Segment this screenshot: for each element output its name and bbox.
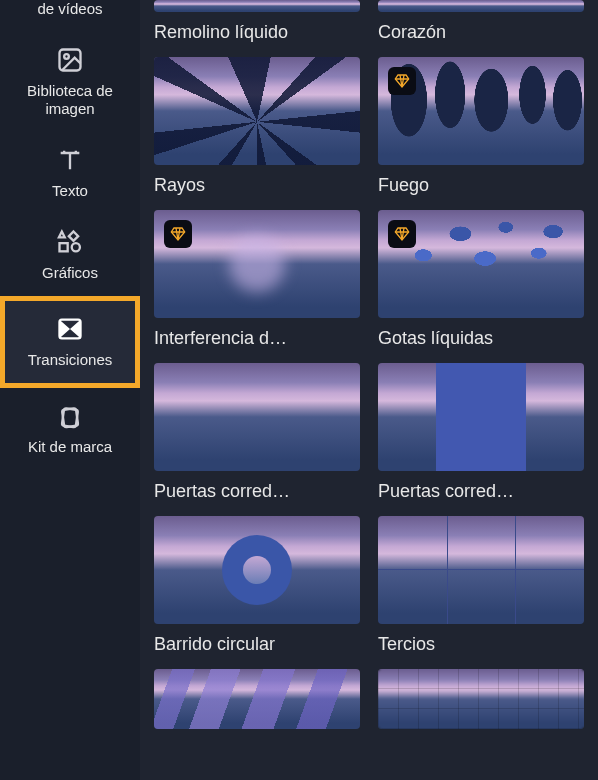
shapes-icon: [56, 228, 84, 256]
sidebar-item-transitions[interactable]: Transiciones: [0, 296, 140, 388]
transitions-grid-container: Remolino líquido Corazón Rayos Fuego: [140, 0, 598, 780]
transition-card[interactable]: Gotas líquidas: [378, 210, 584, 349]
transition-card[interactable]: Rayos: [154, 57, 360, 196]
sidebar-item-label: Texto: [52, 182, 88, 200]
image-icon: [56, 46, 84, 74]
transition-label: Puertas corred…: [378, 481, 584, 502]
sidebar-item-label: de vídeos: [37, 0, 102, 18]
transition-card[interactable]: Tercios: [378, 516, 584, 655]
sidebar-item-label: Kit de marca: [28, 438, 112, 456]
sidebar-item-graphics[interactable]: Gráficos: [0, 214, 140, 296]
transition-label: Fuego: [378, 175, 584, 196]
sidebar-item-videos[interactable]: de vídeos: [0, 0, 140, 32]
transition-label: Rayos: [154, 175, 360, 196]
cards-icon: [56, 402, 84, 430]
transition-card[interactable]: Corazón: [378, 0, 584, 43]
transition-thumb: [378, 0, 584, 12]
svg-point-3: [72, 243, 80, 251]
transition-thumb: [154, 0, 360, 12]
sidebar-item-brandkit[interactable]: Kit de marca: [0, 388, 140, 470]
svg-rect-2: [60, 243, 68, 251]
premium-diamond-icon: [388, 220, 416, 248]
transition-label: Puertas corred…: [154, 481, 360, 502]
transition-thumb: [378, 669, 584, 729]
transition-thumb: [378, 210, 584, 318]
text-icon: [56, 146, 84, 174]
sidebar-item-label: Gráficos: [42, 264, 98, 282]
transition-thumb: [154, 516, 360, 624]
premium-diamond-icon: [164, 220, 192, 248]
svg-point-1: [64, 54, 69, 59]
transition-card[interactable]: Puertas corred…: [154, 363, 360, 502]
transition-card[interactable]: Puertas corred…: [378, 363, 584, 502]
transition-label: Tercios: [378, 634, 584, 655]
transition-label: Barrido circular: [154, 634, 360, 655]
premium-diamond-icon: [388, 67, 416, 95]
transition-thumb: [154, 57, 360, 165]
transition-label: Gotas líquidas: [378, 328, 584, 349]
transition-card[interactable]: Barrido circular: [154, 516, 360, 655]
transitions-grid: Remolino líquido Corazón Rayos Fuego: [154, 0, 584, 729]
transition-label: Interferencia d…: [154, 328, 360, 349]
sidebar-item-label: Biblioteca de imagen: [8, 82, 132, 118]
transition-thumb: [154, 669, 360, 729]
sidebar-item-images[interactable]: Biblioteca de imagen: [0, 32, 140, 132]
transition-thumb: [378, 363, 584, 471]
transition-label: Remolino líquido: [154, 22, 360, 43]
transition-thumb: [154, 363, 360, 471]
transition-thumb: [154, 210, 360, 318]
transitions-icon: [56, 315, 84, 343]
transition-card[interactable]: Interferencia d…: [154, 210, 360, 349]
transition-label: Corazón: [378, 22, 584, 43]
transition-card[interactable]: [154, 669, 360, 729]
sidebar-item-label: Transiciones: [28, 351, 112, 369]
sidebar: de vídeos Biblioteca de imagen Texto Grá…: [0, 0, 140, 780]
transition-card[interactable]: [378, 669, 584, 729]
transition-card[interactable]: Fuego: [378, 57, 584, 196]
sidebar-item-text[interactable]: Texto: [0, 132, 140, 214]
transition-thumb: [378, 516, 584, 624]
transition-card[interactable]: Remolino líquido: [154, 0, 360, 43]
transition-thumb: [378, 57, 584, 165]
